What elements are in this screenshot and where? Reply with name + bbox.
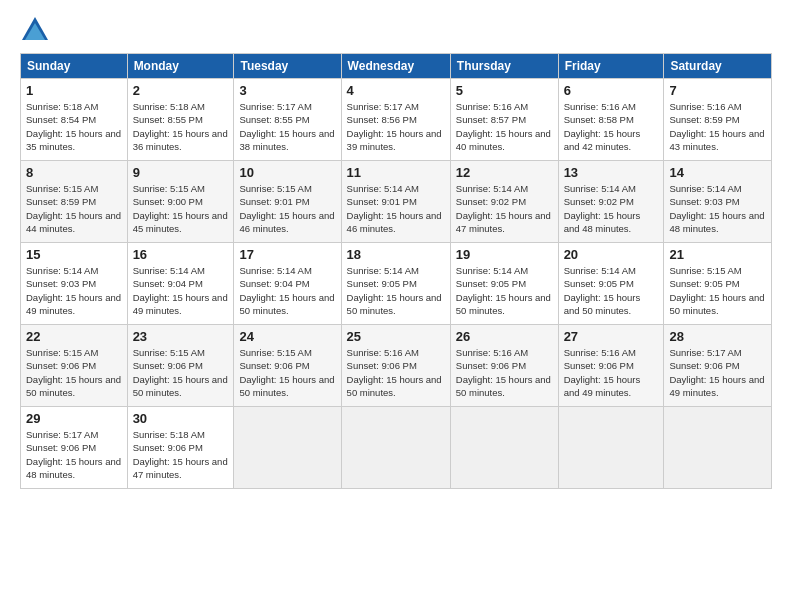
day-number: 26	[456, 329, 553, 344]
day-info: Sunrise: 5:14 AMSunset: 9:02 PMDaylight:…	[456, 183, 551, 234]
calendar-cell: 3 Sunrise: 5:17 AMSunset: 8:55 PMDayligh…	[234, 79, 341, 161]
day-info: Sunrise: 5:17 AMSunset: 8:55 PMDaylight:…	[239, 101, 334, 152]
calendar-cell	[234, 407, 341, 489]
calendar-page: SundayMondayTuesdayWednesdayThursdayFrid…	[0, 0, 792, 612]
column-header-monday: Monday	[127, 54, 234, 79]
calendar-cell: 11 Sunrise: 5:14 AMSunset: 9:01 PMDaylig…	[341, 161, 450, 243]
calendar-cell	[664, 407, 772, 489]
day-number: 20	[564, 247, 659, 262]
calendar-cell: 4 Sunrise: 5:17 AMSunset: 8:56 PMDayligh…	[341, 79, 450, 161]
calendar-cell: 16 Sunrise: 5:14 AMSunset: 9:04 PMDaylig…	[127, 243, 234, 325]
logo-icon	[20, 15, 50, 45]
calendar-cell: 1 Sunrise: 5:18 AMSunset: 8:54 PMDayligh…	[21, 79, 128, 161]
day-number: 11	[347, 165, 445, 180]
day-info: Sunrise: 5:16 AMSunset: 8:59 PMDaylight:…	[669, 101, 764, 152]
calendar-cell: 14 Sunrise: 5:14 AMSunset: 9:03 PMDaylig…	[664, 161, 772, 243]
day-info: Sunrise: 5:14 AMSunset: 9:02 PMDaylight:…	[564, 183, 641, 234]
day-number: 27	[564, 329, 659, 344]
day-info: Sunrise: 5:14 AMSunset: 9:03 PMDaylight:…	[26, 265, 121, 316]
calendar-cell: 18 Sunrise: 5:14 AMSunset: 9:05 PMDaylig…	[341, 243, 450, 325]
calendar-cell	[558, 407, 664, 489]
day-number: 4	[347, 83, 445, 98]
calendar-cell	[450, 407, 558, 489]
calendar-cell: 12 Sunrise: 5:14 AMSunset: 9:02 PMDaylig…	[450, 161, 558, 243]
calendar-cell: 17 Sunrise: 5:14 AMSunset: 9:04 PMDaylig…	[234, 243, 341, 325]
calendar-cell: 23 Sunrise: 5:15 AMSunset: 9:06 PMDaylig…	[127, 325, 234, 407]
day-info: Sunrise: 5:18 AMSunset: 8:54 PMDaylight:…	[26, 101, 121, 152]
column-header-saturday: Saturday	[664, 54, 772, 79]
logo	[20, 15, 54, 45]
calendar-cell: 9 Sunrise: 5:15 AMSunset: 9:00 PMDayligh…	[127, 161, 234, 243]
day-info: Sunrise: 5:18 AMSunset: 9:06 PMDaylight:…	[133, 429, 228, 480]
day-number: 19	[456, 247, 553, 262]
calendar-cell: 22 Sunrise: 5:15 AMSunset: 9:06 PMDaylig…	[21, 325, 128, 407]
calendar-week-3: 15 Sunrise: 5:14 AMSunset: 9:03 PMDaylig…	[21, 243, 772, 325]
day-info: Sunrise: 5:14 AMSunset: 9:01 PMDaylight:…	[347, 183, 442, 234]
calendar-cell: 8 Sunrise: 5:15 AMSunset: 8:59 PMDayligh…	[21, 161, 128, 243]
day-number: 14	[669, 165, 766, 180]
day-number: 30	[133, 411, 229, 426]
day-info: Sunrise: 5:18 AMSunset: 8:55 PMDaylight:…	[133, 101, 228, 152]
calendar-cell: 13 Sunrise: 5:14 AMSunset: 9:02 PMDaylig…	[558, 161, 664, 243]
column-header-wednesday: Wednesday	[341, 54, 450, 79]
day-number: 9	[133, 165, 229, 180]
day-info: Sunrise: 5:15 AMSunset: 9:01 PMDaylight:…	[239, 183, 334, 234]
day-info: Sunrise: 5:14 AMSunset: 9:04 PMDaylight:…	[133, 265, 228, 316]
calendar-cell: 25 Sunrise: 5:16 AMSunset: 9:06 PMDaylig…	[341, 325, 450, 407]
calendar-cell: 6 Sunrise: 5:16 AMSunset: 8:58 PMDayligh…	[558, 79, 664, 161]
calendar-cell: 28 Sunrise: 5:17 AMSunset: 9:06 PMDaylig…	[664, 325, 772, 407]
day-number: 22	[26, 329, 122, 344]
day-number: 29	[26, 411, 122, 426]
calendar-week-5: 29 Sunrise: 5:17 AMSunset: 9:06 PMDaylig…	[21, 407, 772, 489]
day-info: Sunrise: 5:15 AMSunset: 9:05 PMDaylight:…	[669, 265, 764, 316]
column-header-tuesday: Tuesday	[234, 54, 341, 79]
day-number: 17	[239, 247, 335, 262]
day-info: Sunrise: 5:15 AMSunset: 9:06 PMDaylight:…	[239, 347, 334, 398]
column-header-sunday: Sunday	[21, 54, 128, 79]
day-number: 3	[239, 83, 335, 98]
day-number: 15	[26, 247, 122, 262]
day-info: Sunrise: 5:15 AMSunset: 9:00 PMDaylight:…	[133, 183, 228, 234]
calendar-cell: 21 Sunrise: 5:15 AMSunset: 9:05 PMDaylig…	[664, 243, 772, 325]
day-info: Sunrise: 5:14 AMSunset: 9:05 PMDaylight:…	[456, 265, 551, 316]
calendar-cell: 24 Sunrise: 5:15 AMSunset: 9:06 PMDaylig…	[234, 325, 341, 407]
day-number: 24	[239, 329, 335, 344]
calendar-cell: 7 Sunrise: 5:16 AMSunset: 8:59 PMDayligh…	[664, 79, 772, 161]
day-info: Sunrise: 5:14 AMSunset: 9:03 PMDaylight:…	[669, 183, 764, 234]
day-info: Sunrise: 5:15 AMSunset: 8:59 PMDaylight:…	[26, 183, 121, 234]
day-number: 18	[347, 247, 445, 262]
day-info: Sunrise: 5:17 AMSunset: 9:06 PMDaylight:…	[669, 347, 764, 398]
calendar-cell: 30 Sunrise: 5:18 AMSunset: 9:06 PMDaylig…	[127, 407, 234, 489]
day-info: Sunrise: 5:15 AMSunset: 9:06 PMDaylight:…	[26, 347, 121, 398]
day-number: 13	[564, 165, 659, 180]
day-number: 8	[26, 165, 122, 180]
calendar-cell	[341, 407, 450, 489]
day-info: Sunrise: 5:15 AMSunset: 9:06 PMDaylight:…	[133, 347, 228, 398]
calendar-week-4: 22 Sunrise: 5:15 AMSunset: 9:06 PMDaylig…	[21, 325, 772, 407]
day-number: 12	[456, 165, 553, 180]
day-info: Sunrise: 5:16 AMSunset: 8:58 PMDaylight:…	[564, 101, 641, 152]
day-number: 21	[669, 247, 766, 262]
day-info: Sunrise: 5:16 AMSunset: 8:57 PMDaylight:…	[456, 101, 551, 152]
day-info: Sunrise: 5:17 AMSunset: 8:56 PMDaylight:…	[347, 101, 442, 152]
calendar-cell: 29 Sunrise: 5:17 AMSunset: 9:06 PMDaylig…	[21, 407, 128, 489]
day-number: 16	[133, 247, 229, 262]
day-info: Sunrise: 5:14 AMSunset: 9:05 PMDaylight:…	[347, 265, 442, 316]
day-info: Sunrise: 5:14 AMSunset: 9:04 PMDaylight:…	[239, 265, 334, 316]
day-info: Sunrise: 5:16 AMSunset: 9:06 PMDaylight:…	[456, 347, 551, 398]
day-info: Sunrise: 5:16 AMSunset: 9:06 PMDaylight:…	[564, 347, 641, 398]
calendar-week-1: 1 Sunrise: 5:18 AMSunset: 8:54 PMDayligh…	[21, 79, 772, 161]
calendar-week-2: 8 Sunrise: 5:15 AMSunset: 8:59 PMDayligh…	[21, 161, 772, 243]
day-number: 1	[26, 83, 122, 98]
day-number: 25	[347, 329, 445, 344]
day-info: Sunrise: 5:14 AMSunset: 9:05 PMDaylight:…	[564, 265, 641, 316]
day-info: Sunrise: 5:16 AMSunset: 9:06 PMDaylight:…	[347, 347, 442, 398]
calendar-cell: 15 Sunrise: 5:14 AMSunset: 9:03 PMDaylig…	[21, 243, 128, 325]
day-number: 28	[669, 329, 766, 344]
header	[20, 15, 772, 45]
calendar-cell: 5 Sunrise: 5:16 AMSunset: 8:57 PMDayligh…	[450, 79, 558, 161]
calendar-body: 1 Sunrise: 5:18 AMSunset: 8:54 PMDayligh…	[21, 79, 772, 489]
column-header-friday: Friday	[558, 54, 664, 79]
day-number: 7	[669, 83, 766, 98]
day-number: 5	[456, 83, 553, 98]
